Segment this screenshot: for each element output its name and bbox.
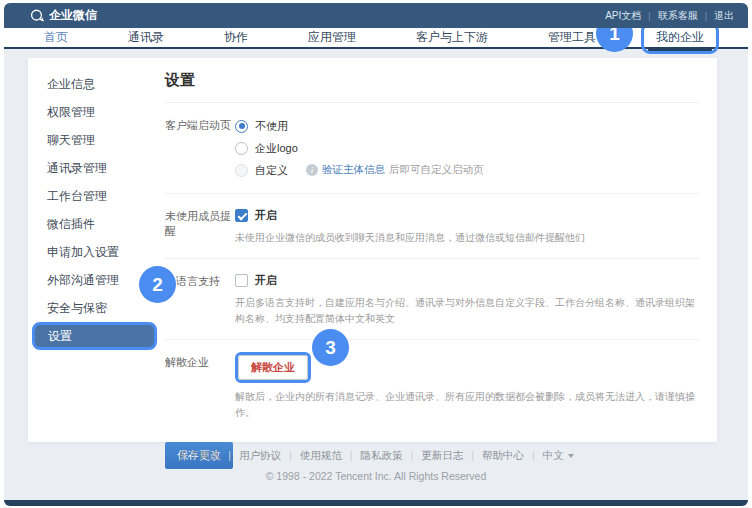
footer-links: 关于腾讯 用户协议 使用规范 隐私政策 更新日志 帮助中心 中文 <box>4 449 748 463</box>
tab-my-company[interactable]: 1 我的企业 <box>656 29 704 46</box>
copyright-text: © 1998 - 2022 Tencent Inc. All Rights Re… <box>4 470 748 482</box>
bottom-dark-strip <box>4 500 748 506</box>
custom-note: 验证主体信息 后即可自定义启动页 <box>306 163 484 177</box>
unused-reminder-toggle[interactable]: 开启 <box>235 206 699 224</box>
footer-link-about[interactable]: 关于腾讯 <box>178 449 239 463</box>
api-docs-link[interactable]: API文档 <box>605 9 657 23</box>
footer-link-user-agreement[interactable]: 用户协议 <box>239 449 300 463</box>
radio-label: 企业logo <box>255 141 298 156</box>
sidebar-item-settings[interactable]: 设置 <box>32 322 157 350</box>
annotation-box-3: 解散企业 3 <box>235 352 311 383</box>
checkbox-checked-icon[interactable] <box>235 209 248 222</box>
checkbox-unchecked-icon[interactable] <box>235 274 248 287</box>
sidebar-item-workbench[interactable]: 工作台管理 <box>28 182 165 210</box>
section-dismiss-company: 解散企业 解散企业 3 解散后，企业内的所有消息记录、企业通讯录、所有应用的数据… <box>165 339 699 433</box>
radio-disabled-icon <box>235 164 248 177</box>
radio-option-logo[interactable]: 企业logo <box>235 137 699 159</box>
settings-card: 企业信息 权限管理 聊天管理 通讯录管理 工作台管理 微信插件 申请加入设置 外… <box>28 58 717 442</box>
active-tab-underline <box>648 49 712 51</box>
language-selector[interactable]: 中文 <box>543 449 574 463</box>
section-label: 客户端启动页 <box>165 115 235 181</box>
sidebar-item-contacts-management[interactable]: 通讯录管理 <box>28 154 165 182</box>
radio-option-none[interactable]: 不使用 <box>235 115 699 137</box>
section-body: 解散企业 3 解散后，企业内的所有消息记录、企业通讯录、所有应用的数据都会被删除… <box>235 352 699 421</box>
annotation-badge-2: 2 <box>139 266 176 303</box>
footer-link-changelog[interactable]: 更新日志 <box>421 449 482 463</box>
section-description: 未使用企业微信的成员收到聊天消息和应用消息，通过微信或短信邮件提醒他们 <box>235 230 699 246</box>
chat-bubble-icon <box>30 9 44 23</box>
section-launch-page: 客户端启动页 不使用 企业logo 自定义 <box>165 103 699 193</box>
section-body: 开启 未使用企业微信的成员收到聊天消息和应用消息，通过微信或短信邮件提醒他们 <box>235 206 699 246</box>
browser-page-frame: 企业微信 API文档 联系客服 退出 首页 通讯录 协作 应用管理 客户与上下游… <box>4 3 748 506</box>
radio-unchecked-icon[interactable] <box>235 142 248 155</box>
section-body: 不使用 企业logo 自定义 验证主体信息 后即可自 <box>235 115 699 181</box>
radio-label: 自定义 <box>255 163 288 178</box>
sidebar-item-join-settings[interactable]: 申请加入设置 <box>28 238 165 266</box>
footer-link-privacy[interactable]: 隐私政策 <box>361 449 422 463</box>
page-title: 设置 <box>165 71 699 90</box>
section-multilang: 多语言支持 开启 开启多语言支持时，自建应用名与介绍、通讯录与对外信息自定义字段… <box>165 258 699 339</box>
main-nav: 首页 通讯录 协作 应用管理 客户与上下游 管理工具 1 我的企业 <box>4 28 748 49</box>
radio-option-custom: 自定义 验证主体信息 后即可自定义启动页 <box>235 159 699 181</box>
info-icon <box>306 164 318 176</box>
annotation-badge-3: 3 <box>312 329 349 366</box>
page-footer: 关于腾讯 用户协议 使用规范 隐私政策 更新日志 帮助中心 中文 © 1998 … <box>4 449 748 482</box>
sidebar-item-permissions[interactable]: 权限管理 <box>28 98 165 126</box>
tab-home[interactable]: 首页 <box>44 29 68 46</box>
settings-sidebar: 企业信息 权限管理 聊天管理 通讯录管理 工作台管理 微信插件 申请加入设置 外… <box>28 58 165 442</box>
custom-note-suffix: 后即可自定义启动页 <box>389 163 484 177</box>
verify-identity-link[interactable]: 验证主体信息 <box>322 163 385 177</box>
toggle-label: 开启 <box>255 273 277 288</box>
section-description: 解散后，企业内的所有消息记录、企业通讯录、所有应用的数据都会被删除，成员将无法进… <box>235 389 699 421</box>
dismiss-company-button[interactable]: 解散企业 <box>238 355 308 380</box>
sidebar-item-company-info[interactable]: 企业信息 <box>28 70 165 98</box>
app-logo[interactable]: 企业微信 <box>30 7 97 24</box>
tab-customers[interactable]: 客户与上下游 <box>416 29 488 46</box>
tab-admin-tools[interactable]: 管理工具 <box>548 29 596 46</box>
topbar-links: API文档 联系客服 退出 <box>605 9 734 23</box>
section-label: 未使用成员提醒 <box>165 206 235 246</box>
footer-link-help-center[interactable]: 帮助中心 <box>482 449 543 463</box>
radio-checked-icon[interactable] <box>235 120 248 133</box>
caret-down-icon <box>568 454 574 458</box>
logout-link[interactable]: 退出 <box>714 9 734 23</box>
contact-support-link[interactable]: 联系客服 <box>658 9 714 23</box>
tab-contacts[interactable]: 通讯录 <box>128 29 164 46</box>
tab-app-management[interactable]: 应用管理 <box>308 29 356 46</box>
top-bar: 企业微信 API文档 联系客服 退出 <box>4 3 748 28</box>
section-body: 开启 开启多语言支持时，自建应用名与介绍、通讯录与对外信息自定义字段、工作台分组… <box>235 271 699 327</box>
section-unused-reminder: 未使用成员提醒 开启 未使用企业微信的成员收到聊天消息和应用消息，通过微信或短信… <box>165 193 699 258</box>
app-logo-text: 企业微信 <box>49 7 97 24</box>
tab-my-company-label: 我的企业 <box>656 30 704 44</box>
language-selector-label: 中文 <box>543 449 564 463</box>
tab-collaboration[interactable]: 协作 <box>224 29 248 46</box>
settings-content: 设置 客户端启动页 不使用 企业logo <box>165 58 717 442</box>
sidebar-item-chat-management[interactable]: 聊天管理 <box>28 126 165 154</box>
multilang-toggle[interactable]: 开启 <box>235 271 699 289</box>
section-label: 解散企业 <box>165 352 235 421</box>
screenshot-root: 企业微信 API文档 联系客服 退出 首页 通讯录 协作 应用管理 客户与上下游… <box>0 0 752 508</box>
footer-link-usage-rules[interactable]: 使用规范 <box>300 449 361 463</box>
section-description: 开启多语言支持时，自建应用名与介绍、通讯录与对外信息自定义字段、工作台分组名称、… <box>235 295 699 327</box>
sidebar-item-wechat-plugin[interactable]: 微信插件 <box>28 210 165 238</box>
radio-label: 不使用 <box>255 119 288 134</box>
toggle-label: 开启 <box>255 208 277 223</box>
